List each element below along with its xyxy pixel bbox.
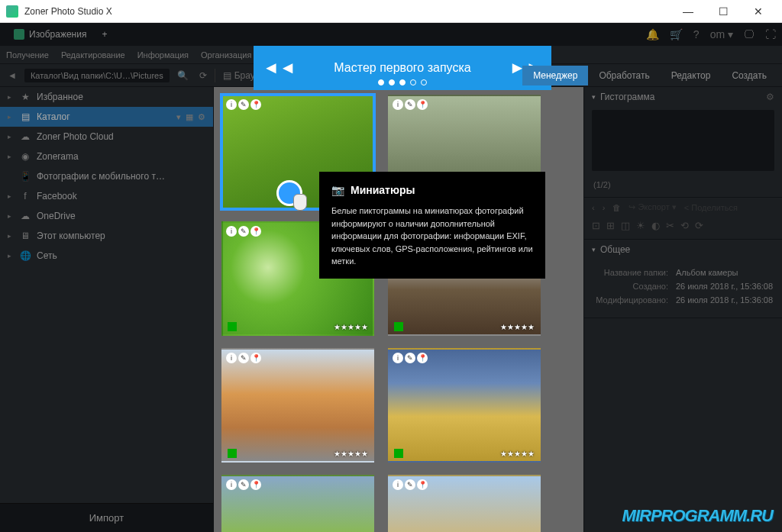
camera-icon: 📷: [331, 182, 344, 198]
tool-icon[interactable]: ⊡: [592, 220, 600, 231]
monitor-icon[interactable]: 🖵: [744, 28, 755, 40]
sidebar-item-favorites[interactable]: ▸ ★ Избранное: [0, 87, 213, 107]
thumbnail[interactable]: i ✎ 📍: [221, 475, 374, 532]
color-label: [228, 322, 237, 331]
sidebar-item-mobile-photos[interactable]: 📱 Фотографии с мобильного т…: [0, 166, 213, 186]
help-icon[interactable]: ?: [693, 28, 700, 40]
menu-edit[interactable]: Редактирование: [61, 50, 125, 60]
window-title: Zoner Photo Studio X: [24, 6, 671, 17]
tooltip-body: Белые пиктограммы на миниатюрах фотограф…: [331, 205, 533, 268]
thumbnail[interactable]: i ✎ 📍 ★★★★★: [388, 348, 541, 463]
thumbnail-badges: i ✎ 📍: [393, 99, 428, 110]
expand-icon: ▸: [8, 93, 14, 101]
cart-icon[interactable]: 🛒: [670, 28, 683, 40]
step-dot[interactable]: [410, 79, 416, 85]
tool-icon[interactable]: ◫: [621, 220, 630, 231]
sidebar-item-onedrive[interactable]: ▸ ☁ OneDrive: [0, 206, 213, 226]
gear-icon[interactable]: ⚙: [766, 92, 774, 102]
tool-icon[interactable]: ◐: [651, 220, 660, 231]
back-button[interactable]: ◄: [5, 69, 20, 82]
mode-switcher: Менеджер Обработать Редактор Создать: [522, 66, 777, 85]
computer-icon: 🖥: [20, 231, 31, 241]
tool-icon[interactable]: ☀: [636, 220, 645, 231]
fullscreen-icon[interactable]: ⛶: [765, 28, 776, 40]
close-button[interactable]: ✕: [741, 0, 776, 23]
sidebar-item-label: OneDrive: [37, 211, 76, 221]
wizard-prev-button[interactable]: ◄◄: [263, 58, 296, 78]
section-title: Общее: [600, 244, 630, 255]
chevron-down-icon: ▾: [592, 93, 596, 101]
gear-icon[interactable]: ⚙: [198, 112, 205, 122]
gps-icon: 📍: [417, 99, 428, 110]
sidebar-item-network[interactable]: ▸ 🌐 Сеть: [0, 246, 213, 266]
tag-icon: ✎: [238, 479, 249, 490]
catalog-icon: ▤: [20, 111, 31, 122]
step-dot[interactable]: [378, 79, 384, 85]
window-titlebar: Zoner Photo Studio X — ☐ ✕: [0, 0, 782, 23]
sidebar-item-label: Избранное: [37, 92, 83, 102]
mode-create[interactable]: Создать: [721, 66, 777, 85]
mode-editor[interactable]: Редактор: [661, 66, 722, 85]
minimize-button[interactable]: —: [671, 0, 706, 23]
tag-icon: ✎: [405, 353, 415, 363]
thumbnail[interactable]: i ✎ 📍: [388, 475, 541, 532]
mode-develop[interactable]: Обработать: [588, 66, 660, 85]
export-button[interactable]: ↪ Экспорт ▾: [629, 202, 676, 212]
import-button[interactable]: Импорт: [0, 503, 213, 532]
gps-icon: 📍: [250, 99, 261, 110]
phone-icon: 📱: [20, 171, 31, 182]
breadcrumb-path[interactable]: Каталог\Вид папки\C:\U…\Pictures: [24, 69, 170, 82]
network-icon: 🌐: [20, 250, 31, 261]
images-tab-icon: [14, 29, 24, 40]
thumbnail-browser[interactable]: i ✎ 📍 i ✎ 📍 i ✎ 📍: [214, 87, 583, 532]
refresh-icon[interactable]: ⟳: [196, 69, 210, 82]
expand-icon: ▸: [8, 192, 14, 200]
tag-icon: ✎: [238, 99, 249, 110]
main-area: ▸ ★ Избранное ▸ ▤ Каталог ▾ ▦ ⚙ ▸ ☁: [0, 87, 782, 532]
menu-info[interactable]: Информация: [137, 50, 189, 60]
next-icon[interactable]: ›: [603, 203, 606, 212]
sidebar-item-catalog[interactable]: ▸ ▤ Каталог ▾ ▦ ⚙: [0, 107, 213, 127]
search-icon[interactable]: 🔍: [174, 69, 192, 82]
rating-stars: ★★★★★: [500, 323, 535, 331]
histogram-canvas: [592, 110, 774, 171]
sidebar-item-zonerama[interactable]: ▸ ◉ Zonerama: [0, 147, 213, 166]
step-dot[interactable]: [399, 79, 406, 85]
step-dot[interactable]: [389, 79, 395, 85]
general-header[interactable]: ▾ Общее: [584, 240, 782, 260]
bell-icon[interactable]: 🔔: [646, 28, 659, 40]
menu-acquire[interactable]: Получение: [6, 50, 49, 60]
separator: [215, 69, 215, 82]
mouse-icon: [293, 194, 307, 211]
add-tab-button[interactable]: +: [94, 23, 115, 46]
info-row: Название папки: Альбом камеры: [592, 266, 774, 279]
sidebar-item-zoner-cloud[interactable]: ▸ ☁ Zoner Photo Cloud: [0, 127, 213, 147]
menu-organize[interactable]: Организация: [201, 50, 251, 60]
delete-icon[interactable]: 🗑: [612, 203, 621, 212]
sidebar-item-facebook[interactable]: ▸ f Facebook: [0, 186, 213, 206]
thumbnail-badges: i ✎ 📍: [226, 479, 261, 490]
folder-icon[interactable]: ▦: [186, 112, 193, 122]
tool-icon[interactable]: ⟳: [695, 220, 703, 231]
step-dot[interactable]: [421, 79, 427, 85]
tab-images[interactable]: Изображения: [6, 23, 94, 46]
rating-stars: ★★★★★: [334, 450, 368, 458]
mode-manager[interactable]: Менеджер: [522, 66, 588, 85]
cloud-icon: ☁: [20, 131, 31, 142]
nav-tools: ‹ › 🗑 ↪ Экспорт ▾ < Поделиться: [584, 198, 782, 217]
quick-tools: ⊡ ⊞ ◫ ☀ ◐ ✂ ⟲ ⟳: [584, 217, 782, 239]
tool-icon[interactable]: ⊞: [606, 220, 615, 231]
histogram-header[interactable]: ▾ Гистограмма ⚙: [584, 87, 782, 107]
zoom-dropdown[interactable]: om ▾: [710, 28, 733, 40]
share-button[interactable]: < Поделиться: [684, 203, 738, 212]
sidebar-item-this-pc[interactable]: ▸ 🖥 Этот компьютер: [0, 226, 213, 246]
star-icon: ★: [20, 92, 31, 102]
tool-icon[interactable]: ⟲: [680, 220, 689, 231]
chevron-down-icon[interactable]: ▾: [176, 112, 181, 122]
maximize-button[interactable]: ☐: [706, 0, 741, 23]
info-icon: i: [226, 353, 237, 363]
expand-icon: ▸: [8, 153, 14, 160]
thumbnail[interactable]: i ✎ 📍 ★★★★★: [221, 348, 374, 463]
prev-icon[interactable]: ‹: [592, 203, 595, 212]
tool-icon[interactable]: ✂: [666, 220, 674, 231]
